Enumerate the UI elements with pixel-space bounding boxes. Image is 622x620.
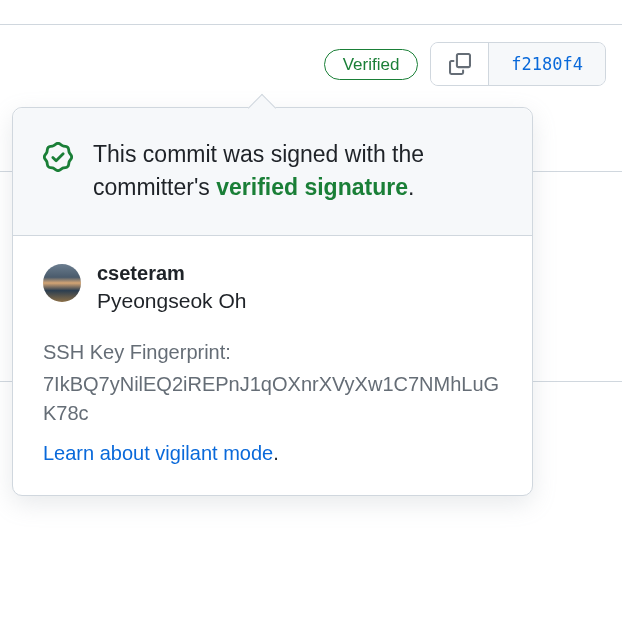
fingerprint-value: 7IkBQ7yNilEQ2iREPnJ1qOXnrXVyXw1C7NMhLuGK… (43, 370, 502, 428)
committer-username[interactable]: cseteram (97, 262, 246, 285)
commit-header-actions: Verified f2180f4 (324, 42, 606, 86)
vigilant-line: Learn about vigilant mode. (43, 442, 502, 465)
popover-header: This commit was signed with the committe… (13, 108, 532, 236)
verified-signature-link[interactable]: verified signature (216, 174, 408, 200)
popover-body: cseteram Pyeongseok Oh SSH Key Fingerpri… (13, 236, 532, 495)
commit-sha-group: f2180f4 (430, 42, 606, 86)
committer-names: cseteram Pyeongseok Oh (97, 262, 246, 313)
vigilant-mode-link[interactable]: Learn about vigilant mode (43, 442, 273, 464)
signature-popover: This commit was signed with the committe… (12, 107, 533, 496)
divider (0, 24, 622, 25)
signature-message-suffix: . (408, 174, 414, 200)
avatar[interactable] (43, 264, 81, 302)
committer-realname: Pyeongseok Oh (97, 289, 246, 313)
copy-sha-button[interactable] (431, 43, 489, 85)
verified-badge[interactable]: Verified (324, 49, 419, 80)
verified-icon (43, 142, 73, 172)
signature-message: This commit was signed with the committe… (93, 138, 502, 205)
copy-icon (449, 53, 471, 75)
commit-sha-link[interactable]: f2180f4 (489, 43, 605, 85)
committer-row: cseteram Pyeongseok Oh (43, 262, 502, 313)
fingerprint-label: SSH Key Fingerprint: (43, 341, 502, 364)
vigilant-suffix: . (273, 442, 279, 464)
